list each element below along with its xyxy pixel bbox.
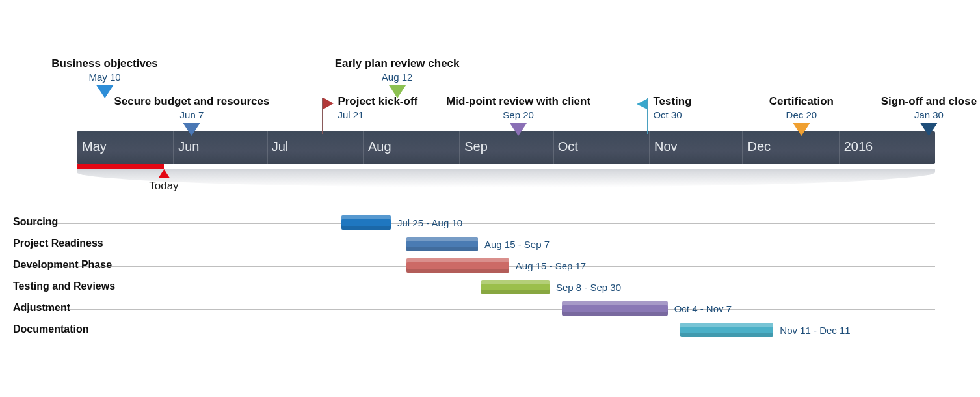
milestone-arrow-icon (510, 123, 527, 136)
gantt-bar (562, 301, 668, 316)
gantt-range-label: Jul 25 - Aug 10 (397, 217, 462, 228)
month-label: Jun (173, 139, 199, 154)
month-label: Dec (742, 139, 771, 154)
today-marker: Today (149, 169, 178, 193)
gantt-range-label: Aug 15 - Sep 7 (484, 239, 550, 250)
milestone-arrow-icon (183, 123, 200, 136)
milestone-title: Testing (653, 95, 691, 108)
milestone-title: Business objectives (51, 57, 157, 70)
milestone-date: Sep 20 (446, 109, 590, 120)
milestone-date: Dec 20 (769, 109, 834, 120)
milestone-flag-icon (322, 98, 334, 115)
milestone: TestingOct 30 (636, 95, 691, 120)
milestone: Secure budget and resourcesJun 7 (114, 95, 269, 136)
milestone: CertificationDec 20 (769, 95, 834, 136)
milestone-date: Oct 30 (653, 109, 691, 120)
gantt-range-label: Oct 4 - Nov 7 (674, 303, 732, 314)
month-label: Oct (553, 139, 578, 154)
gantt-task-name: Testing and Reviews (13, 281, 115, 292)
gantt-row: Project ReadinessAug 15 - Sep 7 (13, 236, 935, 252)
milestone-title: Mid-point review with client (446, 95, 590, 108)
gantt-row-line (13, 309, 935, 310)
gantt-bar (481, 280, 550, 294)
milestone-arrow-icon (793, 123, 810, 136)
milestone-title: Early plan review check (335, 57, 460, 70)
milestone-title: Sign-off and close (881, 95, 977, 108)
gantt-row: Testing and ReviewsSep 8 - Sep 30 (13, 279, 935, 295)
gantt-task-name: Adjustment (13, 302, 70, 314)
milestone: Business objectivesMay 10 (51, 57, 157, 98)
milestone: Sign-off and closeJan 30 (881, 95, 977, 136)
gantt-task-name: Project Readiness (13, 238, 103, 249)
milestone-date: Jan 30 (881, 109, 977, 120)
gantt-task-name: Sourcing (13, 216, 58, 228)
gantt-row-line (13, 223, 935, 224)
gantt-bar (406, 258, 509, 273)
month-label: Aug (363, 139, 391, 154)
milestone: Mid-point review with clientSep 20 (446, 95, 590, 136)
milestone-arrow-icon (96, 85, 113, 98)
gantt-range-label: Aug 15 - Sep 17 (516, 260, 586, 271)
milestone-arrow-icon (920, 123, 937, 136)
milestone-date: Aug 12 (335, 72, 460, 83)
milestone-title: Certification (769, 95, 834, 108)
today-label: Today (149, 180, 178, 193)
gantt-bar (406, 237, 478, 251)
gantt-row-line (13, 288, 935, 288)
gantt-task-name: Documentation (13, 323, 88, 335)
month-label: May (77, 139, 107, 154)
month-label: 2016 (839, 139, 873, 154)
gantt-row: DocumentationNov 11 - Dec 11 (13, 322, 935, 338)
milestone: Project kick-offJul 21 (322, 95, 417, 120)
milestone-date: Jun 7 (114, 109, 269, 120)
month-label: Nov (649, 139, 678, 154)
month-label: Sep (459, 139, 488, 154)
milestone-pennant-icon (636, 98, 649, 115)
milestone: Early plan review checkAug 12 (335, 57, 460, 98)
milestone-title: Secure budget and resources (114, 95, 269, 108)
band-shadow (77, 169, 935, 187)
month-label: Jul (267, 139, 289, 154)
gantt-row: AdjustmentOct 4 - Nov 7 (13, 301, 935, 316)
timeline-gantt-chart: { "chart_data": { "type": "gantt-timelin… (0, 0, 980, 397)
today-triangle-icon (158, 169, 170, 178)
milestone-arrow-icon (389, 85, 406, 98)
gantt-row: SourcingJul 25 - Aug 10 (13, 215, 935, 230)
milestone-date: Jul 21 (338, 109, 417, 120)
milestone-date: May 10 (51, 72, 157, 83)
elapsed-bar (77, 164, 164, 169)
gantt-range-label: Sep 8 - Sep 30 (556, 282, 621, 293)
timeline-band: MayJunJulAugSepOctNovDec2016 (77, 131, 935, 164)
gantt-range-label: Nov 11 - Dec 11 (780, 325, 850, 336)
gantt-bar (680, 323, 773, 337)
gantt-task-name: Development Phase (13, 259, 112, 271)
gantt-row: Development PhaseAug 15 - Sep 17 (13, 258, 935, 273)
gantt-bar (341, 215, 391, 230)
